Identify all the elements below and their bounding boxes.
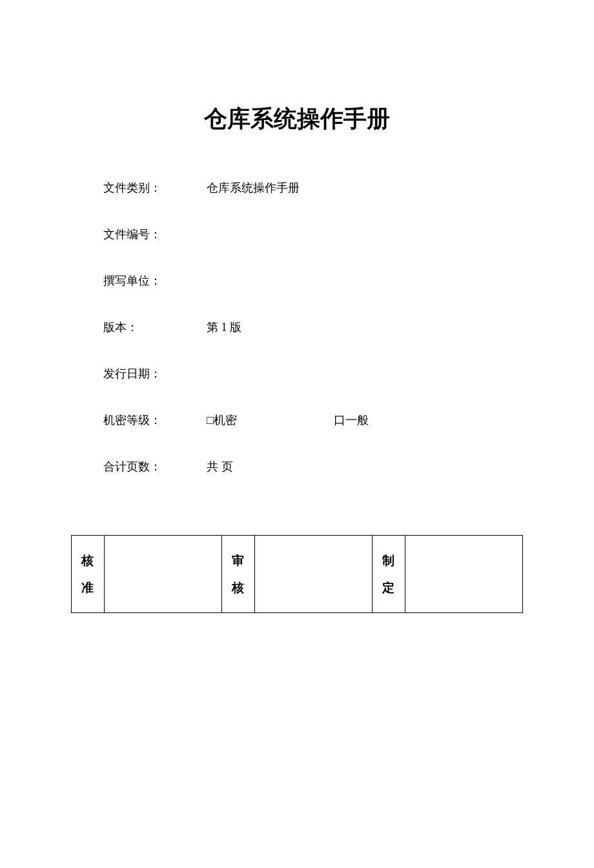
approval-table: 核 准 审 核 制 定 [71,535,523,613]
field-security: 机密等级： □机密 口一般 [103,412,523,428]
category-label: 文件类别： [103,180,207,196]
field-category: 文件类别： 仓库系统操作手册 [103,180,523,196]
number-label: 文件编号： [103,227,207,242]
info-section: 文件类别： 仓库系统操作手册 文件编号： 撰写单位： 版本： 第 1 版 发行日… [71,180,523,474]
document-page: 仓库系统操作手册 文件类别： 仓库系统操作手册 文件编号： 撰写单位： 版本： … [0,0,594,613]
publish-date-label: 发行日期： [103,366,207,381]
security-option-confidential: □机密 [207,412,237,428]
field-publish-date: 发行日期： [103,366,523,381]
security-label: 机密等级： [103,412,207,428]
approval-value-approve [104,536,221,613]
field-number: 文件编号： [103,227,523,242]
document-title: 仓库系统操作手册 [71,103,523,135]
unit-label: 撰写单位： [103,273,207,288]
version-value: 第 1 版 [207,319,241,335]
field-version: 版本： 第 1 版 [103,319,523,335]
approval-value-review [254,536,372,613]
pages-value: 共 页 [207,459,233,474]
review-char1: 审 [227,547,249,574]
field-pages: 合计页数： 共 页 [103,459,523,474]
review-char2: 核 [227,574,249,601]
category-value: 仓库系统操作手册 [207,180,300,196]
prepare-char1: 制 [378,547,400,574]
security-options: □机密 口一般 [207,412,466,428]
approval-header-review: 审 核 [221,536,254,613]
field-unit: 撰写单位： [103,273,523,288]
version-label: 版本： [103,319,207,335]
prepare-char2: 定 [378,574,400,601]
approve-char1: 核 [77,547,99,574]
approve-char2: 准 [77,574,99,601]
approval-value-prepare [405,536,522,613]
pages-label: 合计页数： [103,459,207,474]
approval-row: 核 准 审 核 制 定 [72,536,523,613]
approval-header-prepare: 制 定 [372,536,405,613]
approval-header-approve: 核 准 [72,536,105,613]
security-option-general: 口一般 [334,412,369,428]
